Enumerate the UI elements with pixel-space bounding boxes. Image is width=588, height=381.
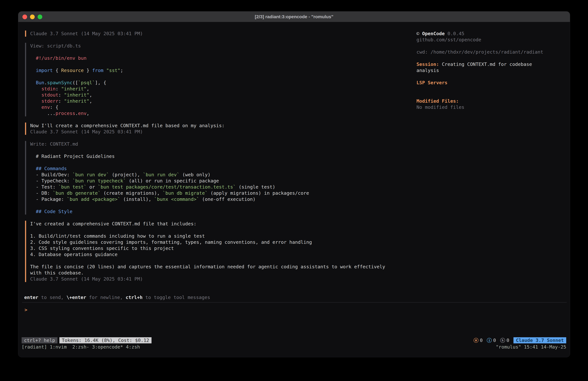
window-controls bbox=[22, 11, 42, 22]
text-segment: (project), bbox=[109, 172, 143, 178]
text-segment: ], { bbox=[95, 80, 106, 85]
warnings-count: 0 bbox=[480, 337, 483, 343]
text-segment: , bbox=[86, 111, 89, 116]
text-line bbox=[30, 257, 385, 264]
text-segment: 3. CSS styling conventions specific to t… bbox=[30, 246, 174, 251]
text-segment: Bun bbox=[36, 80, 44, 85]
text-segment: Claude 3.7 Sonnet (14 May 2025 03:41 PM) bbox=[30, 31, 143, 36]
diagnostics-counters: W0i0h0 bbox=[474, 337, 513, 343]
hints-count: 0 bbox=[506, 337, 509, 343]
text-line bbox=[417, 86, 543, 92]
text-line: enter to send, \+enter for newline, ctrl… bbox=[24, 294, 210, 300]
zoom-button[interactable] bbox=[38, 15, 42, 19]
text-segment bbox=[30, 80, 36, 85]
text-segment: ## Code Style bbox=[30, 209, 72, 214]
text-segment: © bbox=[417, 31, 422, 36]
window-titlebar[interactable]: [2/3] radiant:3:opencode - "romulus" bbox=[18, 11, 570, 22]
text-line: Now I'll create a comprehensive CONTEXT.… bbox=[30, 123, 385, 129]
text-segment: ; bbox=[120, 68, 123, 73]
text-line: ## Code Style bbox=[30, 208, 385, 215]
text-segment bbox=[30, 98, 42, 104]
text-segment: for newline, bbox=[86, 295, 126, 300]
text-segment: } bbox=[84, 68, 92, 73]
text-line bbox=[417, 43, 543, 49]
text-segment: I've created a comprehensive CONTEXT.md … bbox=[30, 221, 196, 226]
text-segment: Resource bbox=[61, 68, 84, 73]
text-segment: ctrl+h bbox=[126, 295, 143, 300]
text-segment: - Package: bbox=[30, 197, 67, 202]
text-segment: [radiant] bbox=[22, 344, 50, 350]
text-line: cwd: /home/thdxr/dev/projects/radiant/ra… bbox=[417, 49, 543, 55]
text-segment: process bbox=[56, 111, 75, 116]
hints-counter: h0 bbox=[500, 337, 509, 343]
text-segment: (apply migrations) in packages/core bbox=[208, 190, 309, 196]
tmux-window-2[interactable]: 2:zsh- bbox=[72, 344, 89, 350]
text-segment: cwd: /home/thdxr/dev/projects/radiant/ra… bbox=[417, 49, 543, 55]
tmux-window-4[interactable]: 4:zsh bbox=[126, 344, 140, 350]
text-segment: #!/usr/bin/env bun bbox=[30, 55, 86, 61]
warnings-icon: W bbox=[474, 338, 479, 343]
text-segment: : bbox=[58, 98, 64, 104]
hints-icon: h bbox=[500, 338, 505, 343]
text-segment: , bbox=[89, 98, 92, 104]
help-badge[interactable]: ctrl+? help bbox=[22, 337, 58, 343]
text-segment: - TypeCheck: bbox=[30, 178, 72, 183]
text-line: Write: CONTEXT.md bbox=[30, 141, 385, 147]
text-line bbox=[30, 159, 385, 165]
text-segment bbox=[30, 68, 36, 73]
minimize-button[interactable] bbox=[30, 15, 35, 19]
tmux-window-list: [radiant] 1:nvim 2:zsh- 3:opencode* 4:zs… bbox=[22, 344, 140, 350]
text-line: View: script/db.ts bbox=[30, 43, 385, 49]
text-line: # Radiant Project Guidelines bbox=[30, 153, 385, 159]
text-segment: "inherit" bbox=[64, 92, 89, 98]
text-segment: # Radiant Project Guidelines bbox=[30, 154, 115, 159]
tmux-window-3-active[interactable]: 3:opencode* bbox=[92, 344, 123, 350]
text-line: github.com/sst/opencode bbox=[417, 37, 543, 43]
text-segment: ([ bbox=[72, 80, 78, 85]
text-segment: `bunx <command>` bbox=[154, 197, 199, 202]
text-line: LSP Servers bbox=[417, 80, 543, 86]
text-line bbox=[30, 61, 385, 67]
text-segment: No modified files bbox=[417, 104, 464, 110]
text-segment bbox=[30, 104, 42, 110]
tmux-window-1[interactable]: 1:nvim bbox=[50, 344, 67, 350]
text-segment: (web only) bbox=[179, 172, 210, 178]
text-segment: `bun add <package>` bbox=[67, 197, 120, 202]
text-segment: , bbox=[89, 92, 92, 98]
text-segment: 4. Database operations guidance bbox=[30, 252, 117, 257]
text-line bbox=[30, 73, 385, 80]
window-title: [2/3] radiant:3:opencode - "romulus" bbox=[255, 14, 333, 19]
text-segment: - DB: bbox=[30, 190, 53, 196]
text-line bbox=[30, 49, 385, 55]
text-segment: Write: CONTEXT.md bbox=[30, 141, 78, 147]
text-segment: Claude 3.7 Sonnet (14 May 2025 03:41 PM) bbox=[30, 129, 143, 134]
text-segment: `bun run dev` bbox=[143, 172, 179, 178]
text-line: #!/usr/bin/env bun bbox=[30, 55, 385, 61]
text-line: 4. Database operations guidance bbox=[30, 251, 385, 257]
model-badge[interactable]: Claude 3.7 Sonnet bbox=[513, 337, 566, 343]
text-segment: { bbox=[53, 68, 61, 73]
text-segment: 0.0.45 bbox=[445, 31, 464, 36]
close-button[interactable] bbox=[22, 15, 27, 19]
text-segment: to toggle tool messages bbox=[143, 295, 210, 300]
text-line: ...process.env, bbox=[30, 110, 385, 116]
text-line: Session: Creating CONTEXT.md for codebas… bbox=[417, 61, 543, 67]
prompt-input[interactable]: > bbox=[24, 307, 27, 313]
text-segment: . bbox=[44, 80, 47, 85]
text-segment: (all) or run in specific package bbox=[126, 178, 219, 183]
text-segment: "sst" bbox=[106, 68, 120, 73]
text-segment: `bun run dev` bbox=[72, 172, 109, 178]
text-segment: LSP Servers bbox=[417, 80, 447, 85]
text-segment: `bun db generate` bbox=[53, 190, 101, 196]
text-segment: Claude 3.7 Sonnet (14 May 2025 03:41 PM) bbox=[30, 276, 143, 282]
text-segment: env bbox=[42, 104, 50, 110]
text-segment: The file is concise (20 lines) and captu… bbox=[30, 264, 385, 269]
text-line: © OpenCode 0.0.45 bbox=[417, 30, 543, 37]
text-line: env: { bbox=[30, 104, 385, 110]
text-segment: ## Commands bbox=[30, 166, 67, 171]
text-line bbox=[30, 227, 385, 233]
text-segment: `bun test packages/core/test/transaction… bbox=[98, 184, 236, 190]
text-segment: stdin bbox=[42, 86, 56, 91]
text-line: Modified Files: bbox=[417, 98, 543, 104]
text-segment: - Build/Dev: bbox=[30, 172, 72, 178]
